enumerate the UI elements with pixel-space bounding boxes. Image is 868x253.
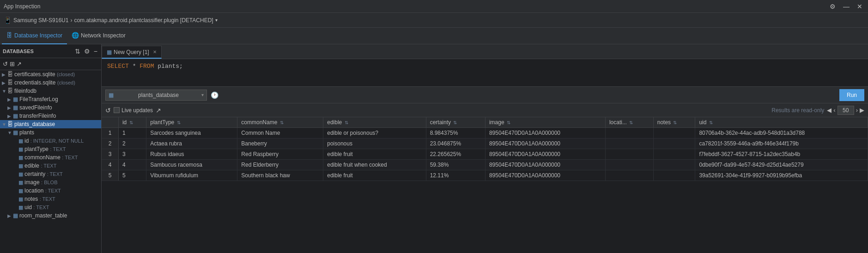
cell-id: 3: [118, 149, 146, 160]
query-history-button[interactable]: 🕐: [211, 91, 219, 99]
expand-all-button[interactable]: ⊞: [10, 60, 15, 67]
pagination-controls: ◀ ‹ › ▶: [827, 106, 864, 115]
expand-arrow-certificates: ▶: [2, 72, 7, 77]
cell-certainty: 59.38%: [426, 160, 485, 170]
tree-item-credentials[interactable]: ▶ 🗄 credentials.sqlite (closed): [0, 78, 101, 87]
cell-commonname: Southern black haw: [237, 170, 323, 181]
main-layout: Databases ⇅ ⚙ − ↺ ⊞ ↗ ▶ 🗄 certificates.s…: [0, 44, 868, 253]
sidebar-minus-button[interactable]: −: [93, 47, 98, 55]
th-edible[interactable]: edible ⇅: [323, 117, 426, 128]
table-row[interactable]: 5 5 Viburnum rufidulum Southern black ha…: [102, 170, 868, 181]
tree-item-plants-database[interactable]: ▼ 🗄 plants_database: [0, 120, 101, 128]
settings-button[interactable]: ⚙: [828, 2, 838, 11]
refresh-databases-button[interactable]: ↺: [3, 60, 8, 67]
th-id[interactable]: id ⇅: [118, 117, 146, 128]
table-row[interactable]: 1 1 Sarcodes sanguinea Common Name edibl…: [102, 128, 868, 139]
expand-arrow-plants-table: ▼: [7, 130, 13, 135]
tree-item-field-location[interactable]: ▶ ▦ location : TEXT: [0, 187, 101, 195]
field-icon-notes: ▦: [18, 196, 23, 202]
tree-label-savedfileinfo: savedFileinfo: [19, 104, 52, 111]
table-row[interactable]: 2 2 Actaea rubra Baneberry poisonous 23.…: [102, 139, 868, 149]
tree-item-fileinfodb[interactable]: ▼ 🗄 fileinfodb: [0, 87, 101, 95]
close-button[interactable]: ✕: [855, 2, 864, 11]
cell-notes: [653, 139, 695, 149]
table-row[interactable]: 3 3 Rubus idaeus Red Raspberry edible fr…: [102, 149, 868, 160]
th-certainty[interactable]: certainty ⇅: [426, 117, 485, 128]
live-updates-checkbox[interactable]: [114, 107, 120, 113]
cell-edible: poisonous: [323, 139, 426, 149]
refresh-results-button[interactable]: ↺: [105, 107, 111, 114]
table-icon-plants: ▦: [13, 129, 18, 136]
tree-item-field-image[interactable]: ▶ ▦ image : BLOB: [0, 178, 101, 187]
th-uid[interactable]: uid ⇅: [695, 117, 868, 128]
th-notes[interactable]: notes ⇅: [653, 117, 695, 128]
prev-page-button[interactable]: ‹: [833, 107, 835, 114]
cell-edible: edible fruit: [323, 149, 426, 160]
tree-item-field-notes[interactable]: ▶ ▦ notes : TEXT: [0, 195, 101, 203]
th-location[interactable]: locati... ⇅: [605, 117, 653, 128]
cell-edible: edible fruit when cooked: [323, 160, 426, 170]
tab-database-inspector[interactable]: 🗄 Database Inspector: [2, 28, 67, 44]
first-page-button[interactable]: ◀: [827, 107, 832, 114]
table-icon-transferfileinfo: ▦: [13, 113, 18, 119]
tree-item-transferfileinfo[interactable]: ▶ ▦ transferFileinfo: [0, 112, 101, 120]
cell-commonname: Baneberry: [237, 139, 323, 149]
field-icon-uid: ▦: [18, 205, 23, 211]
database-selector[interactable]: ▦ plants_database ▾: [105, 90, 207, 101]
th-planttype[interactable]: plantType ⇅: [146, 117, 237, 128]
table-icon-room-master: ▦: [13, 212, 18, 219]
database-tab-icon: 🗄: [6, 32, 12, 39]
cell-image: 89504E470D0A1A0A000000: [485, 139, 605, 149]
last-page-button[interactable]: ▶: [860, 107, 864, 114]
minimize-button[interactable]: —: [841, 2, 851, 11]
sidebar-settings-button[interactable]: ⚙: [83, 47, 91, 55]
field-icon-image: ▦: [18, 180, 23, 186]
field-icon-commonname: ▦: [18, 155, 23, 161]
cell-id: 5: [118, 170, 146, 181]
cell-uid: 0dbe90f7-da99-4e57-8429-d25d14ae5279: [695, 160, 868, 170]
query-tab-1[interactable]: ▦ New Query [1] ✕: [102, 46, 162, 59]
tree-item-plants-table[interactable]: ▼ ▦ plants: [0, 128, 101, 137]
tree-label-field-edible: edible : TEXT: [24, 163, 56, 169]
filter-button[interactable]: ⇅: [74, 47, 81, 55]
results-table-container: id ⇅ plantType ⇅ commonName ⇅ edible ⇅ c…: [102, 117, 868, 253]
cell-notes: [653, 128, 695, 139]
device-icon: 📱: [4, 17, 12, 24]
results-tbody: 1 1 Sarcodes sanguinea Common Name edibl…: [102, 128, 868, 181]
tree-item-field-id[interactable]: ▶ ▦ id : INTEGER, NOT NULL: [0, 137, 101, 145]
sidebar-actions: ↺ ⊞ ↗: [0, 58, 101, 70]
page-size-input[interactable]: [838, 106, 854, 115]
tab-network-inspector[interactable]: 🌐 Network Inspector: [67, 28, 130, 44]
th-image[interactable]: image ⇅: [485, 117, 605, 128]
run-query-button[interactable]: Run: [839, 89, 864, 101]
field-icon-id: ▦: [18, 138, 23, 144]
query-tabs-bar: ▦ New Query [1] ✕: [102, 44, 868, 59]
live-updates-label: Live updates: [121, 107, 153, 114]
tree-item-certificates[interactable]: ▶ 🗄 certificates.sqlite (closed): [0, 70, 101, 78]
export-results-button[interactable]: ↗: [156, 107, 161, 114]
tree-item-field-commonname[interactable]: ▶ ▦ commonName : TEXT: [0, 153, 101, 162]
device-chevron-icon[interactable]: ▾: [215, 18, 218, 23]
tree-item-room-master-table[interactable]: ▶ ▦ room_master_table: [0, 211, 101, 220]
sql-select-keyword: SELECT: [107, 63, 129, 70]
tree-item-field-edible[interactable]: ▶ ▦ edible : TEXT: [0, 162, 101, 170]
tree-item-field-uid[interactable]: ▶ ▦ uid : TEXT: [0, 203, 101, 211]
query-tab-close-button[interactable]: ✕: [153, 49, 157, 54]
cell-uid: f7febddf-3627-4527-8715-1a2dec35ab4b: [695, 149, 868, 160]
tree-item-filetransferlog[interactable]: ▶ ▦ FileTransferLog: [0, 95, 101, 103]
cell-image: 89504E470D0A1A0A000000: [485, 128, 605, 139]
expand-arrow-fileinfodb: ▼: [2, 89, 7, 94]
tree-label-field-certainty: certainty : TEXT: [24, 171, 63, 177]
live-updates-toggle[interactable]: Live updates: [114, 107, 153, 114]
tree-item-field-certainty[interactable]: ▶ ▦ certainty : TEXT: [0, 170, 101, 178]
export-button[interactable]: ↗: [17, 60, 22, 67]
sql-from-keyword: FROM: [140, 63, 154, 70]
th-commonname[interactable]: commonName ⇅: [237, 117, 323, 128]
sql-editor[interactable]: SELECT * FROM plants;: [102, 59, 868, 87]
next-page-button[interactable]: ›: [856, 107, 858, 114]
tree-item-savedfileinfo[interactable]: ▶ ▦ savedFileinfo: [0, 103, 101, 112]
table-row[interactable]: 4 4 Sambucus racemosa Red Elderberry edi…: [102, 160, 868, 170]
db-selector-bar: ▦ plants_database ▾ 🕐 Run: [102, 87, 868, 103]
tree-item-field-planttype[interactable]: ▶ ▦ plantType : TEXT: [0, 145, 101, 153]
cell-certainty: 22.265625%: [426, 149, 485, 160]
